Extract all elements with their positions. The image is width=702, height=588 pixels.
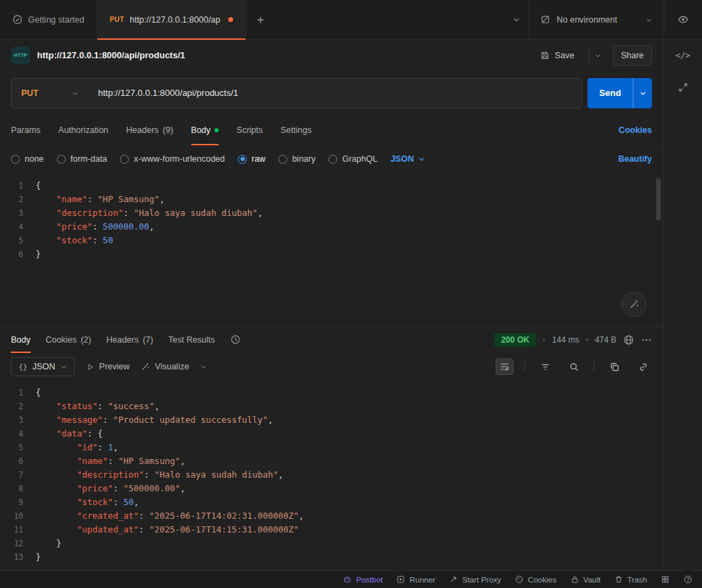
response-body-code: 1{2 "status": "success",3 "message": "Pr… <box>0 386 663 564</box>
response-tab-cookies[interactable]: Cookies (2) <box>46 327 91 352</box>
body-mode-form-data[interactable]: form-data <box>57 154 108 164</box>
body-mode-raw[interactable]: raw <box>238 154 265 164</box>
tab-scripts[interactable]: Scripts <box>237 115 263 145</box>
line-number: 10 <box>0 509 36 523</box>
headers-count: (7) <box>143 335 153 345</box>
tab-getting-started[interactable]: Getting started <box>0 0 97 39</box>
runner-button[interactable]: Runner <box>396 575 435 584</box>
code-line: 2 "name": "HP Samsung", <box>0 193 663 206</box>
code-line: 5 "id": 1, <box>0 441 663 454</box>
preview-label: Preview <box>99 362 130 371</box>
viewer-options-chevron[interactable] <box>200 363 207 370</box>
tab-request-put[interactable]: PUT http://127.0.0.1:8000/ap <box>97 0 246 39</box>
scrollbar-thumb[interactable] <box>656 178 661 221</box>
line-number: 6 <box>0 454 36 468</box>
more-options-icon[interactable] <box>641 334 652 345</box>
add-tab-button[interactable] <box>246 0 275 39</box>
tab-authorization[interactable]: Authorization <box>58 115 108 145</box>
trash-button[interactable]: Trash <box>614 575 647 584</box>
postbot-button[interactable]: Postbot <box>343 575 383 584</box>
code-snippet-icon[interactable]: </> <box>675 51 690 60</box>
request-body-editor[interactable]: 1{2 "name": "HP Samsung",3 "description"… <box>0 173 663 326</box>
share-button[interactable]: Share <box>613 45 652 66</box>
environment-label: No environment <box>557 15 617 25</box>
response-tab-headers[interactable]: Headers (7) <box>106 327 154 352</box>
send-button[interactable]: Send <box>588 78 633 108</box>
vault-button[interactable]: Vault <box>570 575 601 584</box>
response-tab-test-results[interactable]: Test Results <box>168 327 215 352</box>
environment-quick-look-button[interactable] <box>664 0 702 39</box>
tab-overflow-chevron[interactable] <box>505 0 529 39</box>
editor-scrollbar[interactable] <box>656 178 661 315</box>
help-button[interactable] <box>683 575 692 584</box>
line-number: 3 <box>0 413 36 427</box>
body-mode-none[interactable]: none <box>11 154 44 164</box>
radio-icon <box>57 155 66 164</box>
history-icon[interactable] <box>230 334 241 345</box>
copy-button[interactable] <box>605 358 623 375</box>
url-input[interactable] <box>88 79 581 108</box>
code-line: 8 "price": "500000.00", <box>0 482 663 495</box>
tab-label: Body <box>191 125 211 135</box>
beautify-link[interactable]: Beautify <box>618 154 652 164</box>
language-dropdown[interactable]: JSON <box>391 154 425 164</box>
trash-icon <box>614 575 623 584</box>
save-button[interactable]: Save <box>533 45 582 66</box>
body-mode-urlencoded[interactable]: x-www-form-urlencoded <box>120 154 225 164</box>
method-label: PUT <box>21 88 38 98</box>
request-body-code: 1{2 "name": "HP Samsung",3 "description"… <box>0 179 663 261</box>
method-dropdown[interactable]: PUT <box>12 79 88 108</box>
response-body-viewer[interactable]: 1{2 "status": "success",3 "message": "Pr… <box>0 381 663 570</box>
response-size[interactable]: 474 B <box>595 335 616 345</box>
line-number: 8 <box>0 482 36 495</box>
tab-label: Getting started <box>28 15 84 25</box>
tab-params[interactable]: Params <box>11 115 40 145</box>
response-time[interactable]: 144 ms <box>552 335 579 345</box>
chevron-down-icon <box>60 363 67 370</box>
meta-separator <box>586 339 588 341</box>
postbot-icon <box>343 575 352 584</box>
visualize-button[interactable]: Visualize <box>141 362 189 371</box>
filter-button[interactable] <box>536 358 554 375</box>
grid-icon <box>661 575 670 584</box>
tab-headers[interactable]: Headers (9) <box>126 115 173 145</box>
panel-grid-button[interactable] <box>661 575 670 584</box>
response-format-select[interactable]: {} JSON <box>11 357 75 376</box>
tab-body[interactable]: Body <box>191 115 219 145</box>
body-mode-row: none form-data x-www-form-urlencoded raw… <box>0 145 663 173</box>
send-options-chevron[interactable] <box>633 78 652 108</box>
tab-settings[interactable]: Settings <box>280 115 311 145</box>
getting-started-icon <box>12 14 23 25</box>
radio-icon <box>120 155 129 164</box>
line-number: 4 <box>0 427 36 441</box>
response-tab-body[interactable]: Body <box>11 327 31 352</box>
expand-panel-icon[interactable] <box>678 82 688 93</box>
start-proxy-button[interactable]: Start Proxy <box>449 575 501 584</box>
cookies-button[interactable]: Cookies <box>515 575 557 584</box>
play-icon <box>86 363 95 371</box>
code-line: 1{ <box>0 179 663 193</box>
status-badge[interactable]: 200 OK <box>494 333 536 347</box>
wand-icon <box>141 362 150 371</box>
environment-selector[interactable]: No environment <box>529 0 664 39</box>
save-options-chevron[interactable] <box>589 45 606 66</box>
tab-label: Scripts <box>237 125 263 135</box>
network-globe-icon[interactable] <box>623 334 634 345</box>
body-mode-graphql[interactable]: GraphQL <box>328 154 377 164</box>
link-button[interactable] <box>634 358 652 375</box>
cookies-link[interactable]: Cookies <box>618 125 652 135</box>
body-mode-binary[interactable]: binary <box>278 154 315 164</box>
code-line: 6 "name": "HP Samsung", <box>0 454 663 468</box>
tab-label: Params <box>11 125 40 135</box>
search-button[interactable] <box>565 358 583 375</box>
response-toolbar: {} JSON Preview Visualize <box>0 352 663 381</box>
chevron-down-icon <box>646 16 653 23</box>
url-bar: PUT Send <box>0 71 663 115</box>
mode-label: raw <box>252 154 265 164</box>
postbot-suggest-button[interactable] <box>622 292 646 317</box>
preview-button[interactable]: Preview <box>86 362 130 371</box>
wrap-lines-button[interactable] <box>496 358 513 375</box>
request-response-panel: HTTP http://127.0.0.1:8000/api/products/… <box>0 40 663 570</box>
tab-label: Settings <box>280 125 311 135</box>
send-button-group: Send <box>588 78 652 108</box>
